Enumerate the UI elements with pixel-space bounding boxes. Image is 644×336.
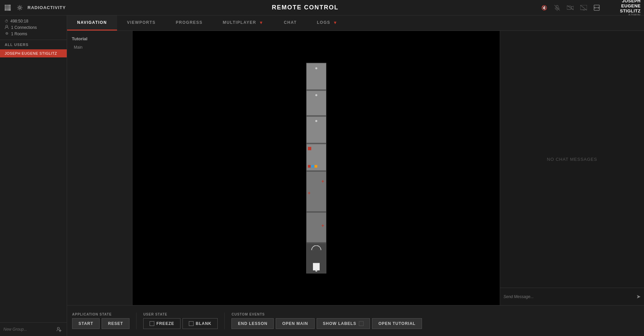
center-content: NAVIGATION VIEWPORTS PROGRESS MULTIPLAYE… [67,15,644,336]
settings-button[interactable] [15,3,24,12]
blank-button[interactable]: BLANK [182,318,218,329]
viewport-area: + + + [132,31,500,305]
nav-section-tutorial[interactable]: Tutorial [67,34,132,43]
user-name: JOSEPH EUGENE STIGLITZ [605,0,641,13]
tab-multiplayer[interactable]: MULTIPLAYER ▼ [213,15,274,31]
send-message-button[interactable]: ➤ [636,293,641,300]
map-section-1 [306,63,326,90]
svg-point-30 [7,33,7,34]
mute-mic-button[interactable] [553,3,561,12]
rooms-value: 1 Rooms [11,32,27,36]
tabs-bar: NAVIGATION VIEWPORTS PROGRESS MULTIPLAYE… [67,15,644,31]
item-red [308,165,311,167]
tab-progress[interactable]: PROGRESS [166,15,213,31]
svg-rect-1 [6,5,8,6]
user-state-buttons: FREEZE BLANK [143,318,218,329]
application-state-section: APPLICATION STATE START RESET [72,313,129,329]
blank-checkbox [189,321,194,326]
users-icon [5,25,9,30]
map-dot-3 [315,120,317,122]
white-rect [313,263,320,270]
item-row [308,165,317,167]
svg-rect-9 [6,8,8,9]
map-section-7 [306,243,326,273]
cross-3: + [321,223,324,228]
page-title: REMOTE CONTROL [70,4,540,11]
connections-value: 1 Connections [11,25,37,30]
open-main-button[interactable]: OPEN MAIN [276,318,314,329]
sidebar-stats: ⏱ 498:50:18 1 Connections [0,15,67,40]
connections-stat: 1 Connections [5,25,62,30]
tab-chat[interactable]: CHAT [274,15,307,31]
svg-rect-10 [8,8,9,9]
map-section-6: + [306,212,326,242]
map-section-4 [306,144,326,171]
top-bar: RADIOACTIVITY REMOTE CONTROL 🔇 [0,0,644,15]
svg-rect-2 [8,5,9,6]
chat-input-bar: ➤ [500,288,644,305]
user-state-section: USER STATE FREEZE BLANK [143,313,218,329]
svg-rect-6 [8,6,9,8]
right-panel: NO CHAT MESSAGES ➤ [500,31,644,305]
svg-rect-14 [8,9,9,11]
main-layout: ⏱ 498:50:18 1 Connections [0,15,644,336]
start-button[interactable]: START [72,318,100,329]
tab-viewports[interactable]: VIEWPORTS [117,15,166,31]
sidebar-bottom: New Group... [0,322,67,336]
application-state-label: APPLICATION STATE [72,313,129,316]
tab-logs[interactable]: LOGS ▼ [307,15,348,31]
map-dot-1 [315,67,317,69]
divider-1 [136,313,137,329]
split-panel: Tutorial Main [67,31,644,305]
send-message-input[interactable] [503,294,634,299]
svg-rect-7 [9,6,11,8]
grid-menu-button[interactable] [3,3,12,12]
nav-item-main[interactable]: Main [67,43,132,51]
user-item[interactable]: JOSEPH EUGENE STIGLITZ [0,49,67,57]
tab-navigation[interactable]: NAVIGATION [67,15,117,31]
rooms-icon [5,31,9,36]
svg-rect-4 [5,6,6,8]
svg-point-28 [6,25,8,27]
end-lesson-button[interactable]: END LESSON [231,318,274,329]
svg-point-31 [57,327,59,329]
svg-rect-11 [9,8,11,9]
no-chat-message: NO CHAT MESSAGES [547,157,597,162]
bottom-bar: APPLICATION STATE START RESET USER STATE… [67,305,644,336]
freeze-button[interactable]: FREEZE [143,318,180,329]
fullscreen-button[interactable] [592,3,601,12]
item-blue [311,165,314,167]
sidebar: ⏱ 498:50:18 1 Connections [0,15,67,336]
add-group-button[interactable] [55,325,63,333]
nav-panel: Tutorial Main [67,31,132,305]
custom-events-label: CUSTOM EVENTS [231,313,422,316]
reset-button[interactable]: RESET [102,318,129,329]
user-info: JOSEPH EUGENE STIGLITZ ADMIN [605,0,641,17]
clock-icon: ⏱ [5,19,8,23]
svg-text:🔇: 🔇 [541,5,547,11]
map-dot-bottom [315,270,317,272]
show-labels-checkbox [359,321,364,326]
svg-rect-3 [9,5,11,6]
show-labels-button[interactable]: SHOW LABELS [317,318,370,329]
cross-2: + [308,190,311,195]
user-state-label: USER STATE [143,313,218,316]
mute-camera-button[interactable] [566,4,575,11]
top-bar-left: RADIOACTIVITY [3,3,70,12]
map-section-5: + + [306,171,326,211]
custom-events-section: CUSTOM EVENTS END LESSON OPEN MAIN SHOW … [231,313,422,329]
rooms-stat: 1 Rooms [5,31,62,36]
top-bar-right: 🔇 [540,0,641,17]
open-tutorial-button[interactable]: OPEN TUTORIAL [372,318,422,329]
svg-rect-12 [5,9,6,11]
map-dot-2 [315,94,317,96]
application-state-buttons: START RESET [72,318,129,329]
mute-screen-button[interactable] [579,4,588,12]
item-yellow [315,165,317,167]
app-title: RADIOACTIVITY [28,5,66,10]
freeze-checkbox [150,321,154,326]
svg-rect-0 [5,5,6,6]
time-value: 498:50:18 [10,19,28,23]
mute-audio-button[interactable]: 🔇 [540,3,549,12]
svg-point-16 [19,7,21,9]
